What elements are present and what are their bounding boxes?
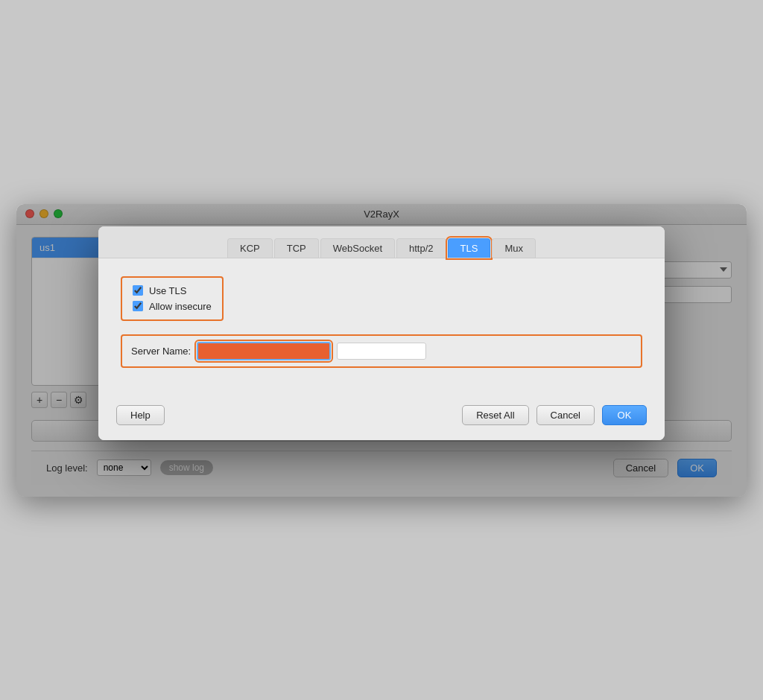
server-name-row: Server Name: bbox=[121, 334, 642, 368]
main-window: V2RayX us1 + − ⚙ alterId: bbox=[16, 204, 747, 497]
tab-tls[interactable]: TLS bbox=[448, 238, 491, 258]
modal-footer: Help Reset All Cancel OK bbox=[98, 393, 665, 440]
tab-kcp[interactable]: KCP bbox=[227, 238, 273, 258]
help-button[interactable]: Help bbox=[116, 405, 165, 425]
reset-all-button[interactable]: Reset All bbox=[462, 405, 528, 425]
modal-content: Use TLS Allow insecure Server Name: bbox=[98, 258, 665, 393]
use-tls-row: Use TLS bbox=[133, 285, 212, 296]
allow-insecure-checkbox[interactable] bbox=[133, 301, 143, 311]
tab-websocket[interactable]: WebSocket bbox=[320, 238, 395, 258]
allow-insecure-row: Allow insecure bbox=[133, 301, 212, 312]
modal-cancel-button[interactable]: Cancel bbox=[536, 405, 595, 425]
allow-insecure-label: Allow insecure bbox=[149, 301, 212, 312]
modal-ok-button[interactable]: OK bbox=[602, 405, 647, 425]
tab-http2[interactable]: http/2 bbox=[396, 238, 446, 258]
modal-overlay: KCP TCP WebSocket http/2 TLS Mux Use TLS bbox=[16, 204, 747, 497]
use-tls-label: Use TLS bbox=[149, 285, 186, 296]
server-name-label: Server Name: bbox=[131, 346, 191, 357]
tab-tcp[interactable]: TCP bbox=[274, 238, 319, 258]
server-name-input[interactable] bbox=[197, 342, 331, 360]
modal-tabs: KCP TCP WebSocket http/2 TLS Mux bbox=[98, 226, 665, 258]
server-name-input2[interactable] bbox=[337, 343, 426, 360]
tls-checkbox-group: Use TLS Allow insecure bbox=[121, 276, 224, 321]
use-tls-checkbox[interactable] bbox=[133, 285, 143, 296]
tab-mux[interactable]: Mux bbox=[492, 238, 536, 258]
tls-modal: KCP TCP WebSocket http/2 TLS Mux Use TLS bbox=[98, 226, 665, 440]
